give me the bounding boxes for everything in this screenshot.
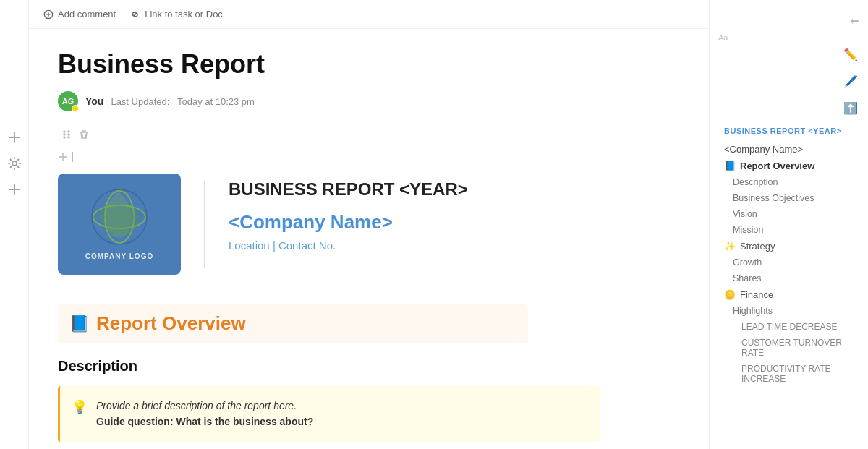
- svg-point-2: [12, 161, 16, 166]
- nav-label-mission: Mission: [733, 225, 763, 235]
- main-content: Add comment Link to task or Doc Business…: [29, 0, 709, 449]
- last-updated-static: Last Updated:: [111, 96, 169, 107]
- nav-item-productivity[interactable]: PRODUCTIVITY RATE INCREASE: [718, 361, 859, 387]
- add-comment-button[interactable]: Add comment: [43, 9, 116, 20]
- last-updated-label: Last Updated: Today at 10:23 pm: [111, 96, 255, 107]
- section-heading-emoji: 📘: [69, 315, 89, 333]
- section-heading-text: Report Overview: [96, 312, 246, 335]
- nav-label-shares: Shares: [733, 273, 762, 283]
- svg-point-12: [64, 137, 65, 138]
- nav-title: BUSINESS REPORT <YEAR>: [718, 124, 859, 141]
- nav-label-report-overview: Report Overview: [740, 161, 814, 171]
- nav-label-lead-time: LEAD TIME DECREASE: [741, 322, 837, 332]
- nav-item-highlights[interactable]: Highlights: [718, 303, 859, 319]
- company-card: COMPANY LOGO BUSINESS REPORT <YEAR> <Com…: [58, 174, 680, 275]
- comment-icon: [43, 9, 54, 20]
- callout-text: Provide a brief description of the repor…: [96, 398, 313, 430]
- nav-emoji-finance: 🪙: [724, 289, 736, 300]
- share-icon[interactable]: ⬆️: [843, 101, 858, 115]
- company-info: BUSINESS REPORT <YEAR> <Company Name> Lo…: [229, 174, 468, 252]
- avatar: AG: [58, 91, 78, 111]
- collapse-icon[interactable]: ⬅: [850, 14, 859, 27]
- nav-label-finance: Finance: [740, 289, 773, 300]
- company-logo-label: COMPANY LOGO: [85, 252, 153, 261]
- nav-label-customer-turnover: CUSTOMER TURNOVER RATE: [741, 338, 854, 358]
- svg-point-11: [68, 134, 69, 135]
- nav-item-vision[interactable]: Vision: [718, 206, 859, 222]
- nav-item-growth[interactable]: Growth: [718, 255, 859, 270]
- document-area: Business Report AG You Last Updated: Tod…: [29, 29, 709, 449]
- nav-item-description[interactable]: Description: [718, 174, 859, 190]
- nav-emoji-report: 📘: [724, 161, 736, 171]
- font-size-icon[interactable]: Aa: [718, 33, 728, 42]
- edit-icon[interactable]: ✏️: [843, 48, 858, 61]
- section-heading-report-overview: 📘 Report Overview: [58, 304, 528, 343]
- toolbar: Add comment Link to task or Doc: [29, 0, 709, 29]
- nav-label-description: Description: [733, 177, 778, 187]
- description-title: Description: [58, 358, 680, 375]
- right-sidebar: ⬅ Aa ✏️ 🖊️ ⬆️ BUSINESS REPORT <YEAR> <Co…: [709, 0, 868, 449]
- svg-point-9: [68, 131, 69, 132]
- nav-item-business-objectives[interactable]: Business Objectives: [718, 190, 859, 206]
- nav-label-business-objectives: Business Objectives: [733, 193, 814, 203]
- callout-emoji: 💡: [72, 399, 88, 415]
- company-contact: Location | Contact No.: [229, 239, 468, 252]
- callout-line1: Provide a brief description of the repor…: [96, 400, 297, 411]
- nav-item-strategy[interactable]: ✨ Strategy: [718, 238, 859, 255]
- add-comment-label: Add comment: [58, 9, 116, 20]
- avatar-badge: [72, 105, 79, 112]
- link-icon: [130, 9, 140, 20]
- svg-point-10: [64, 134, 65, 135]
- nav-company[interactable]: <Company Name>: [718, 141, 859, 158]
- top-right-actions: ⬅: [710, 9, 868, 33]
- company-logo-svg: [90, 188, 148, 246]
- nav-item-mission[interactable]: Mission: [718, 222, 859, 238]
- callout-block: 💡 Provide a brief description of the rep…: [58, 386, 600, 442]
- company-divider: [204, 181, 205, 268]
- nav-label-growth: Growth: [733, 257, 762, 268]
- nav-item-lead-time[interactable]: LEAD TIME DECREASE: [718, 319, 859, 335]
- left-sidebar: [0, 0, 29, 449]
- svg-point-8: [64, 131, 65, 132]
- nav-emoji-strategy: ✨: [724, 241, 736, 252]
- add-block-icon[interactable]: [7, 130, 22, 145]
- company-logo: COMPANY LOGO: [58, 174, 181, 275]
- author-row: AG You Last Updated: Today at 10:23 pm: [58, 91, 680, 111]
- nav-label-highlights: Highlights: [733, 306, 773, 316]
- link-to-task-button[interactable]: Link to task or Doc: [130, 9, 223, 20]
- svg-point-13: [68, 137, 69, 138]
- nav-label-productivity: PRODUCTIVITY RATE INCREASE: [741, 364, 854, 384]
- row-controls: [58, 129, 680, 140]
- callout-line2: Guide question: What is the business abo…: [96, 416, 313, 427]
- drag-handle-icon[interactable]: [61, 129, 72, 140]
- link-to-task-label: Link to task or Doc: [145, 9, 223, 20]
- avatar-initials: AG: [62, 97, 75, 106]
- insert-plus-icon[interactable]: [58, 152, 68, 162]
- insert-row: [58, 152, 680, 162]
- page-title: Business Report: [58, 49, 680, 80]
- nav-item-shares[interactable]: Shares: [718, 270, 859, 286]
- author-name: You: [85, 95, 103, 107]
- settings-icon[interactable]: [7, 156, 22, 171]
- nav-label-strategy: Strategy: [740, 241, 775, 252]
- sidebar-nav: BUSINESS REPORT <YEAR> <Company Name> 📘 …: [710, 124, 868, 440]
- nav-item-customer-turnover[interactable]: CUSTOMER TURNOVER RATE: [718, 335, 859, 361]
- nav-label-vision: Vision: [733, 209, 757, 219]
- company-name: <Company Name>: [229, 211, 468, 234]
- last-updated-value: Today at 10:23 pm: [177, 96, 255, 107]
- delete-icon[interactable]: [78, 129, 90, 140]
- add-icon[interactable]: [7, 182, 22, 197]
- nav-item-finance[interactable]: 🪙 Finance: [718, 286, 859, 303]
- nav-item-report-overview[interactable]: 📘 Report Overview: [718, 158, 859, 174]
- pen-icon[interactable]: 🖊️: [843, 74, 858, 88]
- company-report-title: BUSINESS REPORT <YEAR>: [229, 179, 468, 200]
